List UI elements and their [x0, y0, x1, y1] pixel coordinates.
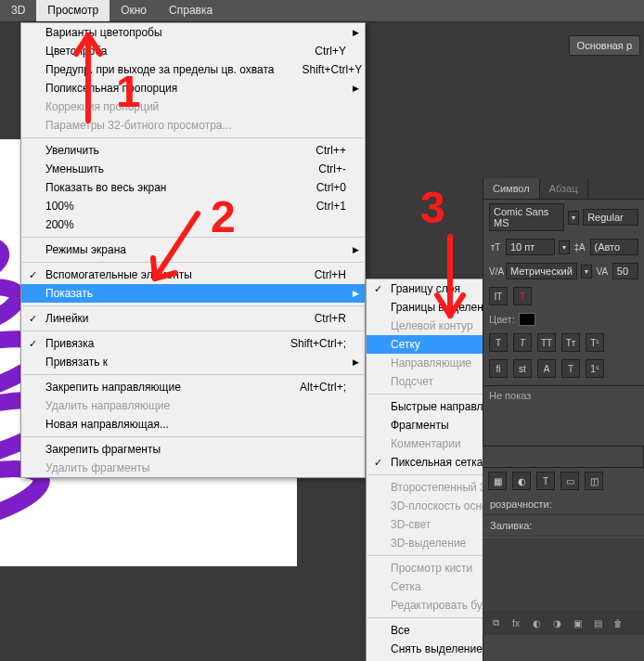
tab-paragraph[interactable]: Абзац [540, 178, 588, 199]
menu-item: Коррекция пропорций [21, 97, 365, 116]
opacity-label: розрачности: [490, 499, 552, 510]
view-menu: Варианты цветопробы▶ЦветопробаCtrl+YПред… [20, 22, 366, 478]
fill-label: Заливка: [490, 520, 532, 531]
tracking-icon: VA [596, 266, 609, 277]
submenu-arrow-icon: ▶ [353, 245, 359, 254]
font-family-field[interactable]: Comic Sans MS [489, 203, 564, 231]
filter-smart-icon[interactable]: ◫ [585, 472, 603, 490]
menu-item[interactable]: ЦветопробаCtrl+Y [21, 42, 365, 60]
menu-item[interactable]: УвеличитьCtrl++ [21, 141, 365, 160]
filter-adj-icon[interactable]: ◐ [512, 472, 531, 490]
menu-shortcut: Ctrl+R [315, 312, 346, 325]
style5-button[interactable]: 1ˢ [586, 359, 604, 378]
menu-item[interactable]: Показать▶ [21, 284, 365, 303]
menu-item-label: 100% [45, 200, 289, 213]
menu-item[interactable]: Варианты цветопробы▶ [21, 23, 365, 42]
style3-button[interactable]: A [537, 359, 556, 378]
kerning-dd[interactable]: ▾ [581, 265, 592, 279]
menu-item[interactable]: 100%Ctrl+1 [21, 197, 365, 215]
style4-button[interactable]: T [561, 359, 580, 378]
layers-bottom-toolbar: ⧉ fx ◐ ◑ ▣ ▤ 🗑 [483, 611, 644, 635]
menu-item[interactable]: Показать во весь экранCtrl+0 [21, 178, 365, 197]
menu-shortcut: Ctrl+0 [316, 181, 346, 194]
font-style-field[interactable]: Regular [583, 209, 638, 226]
menu-item[interactable]: Режимы экрана▶ [21, 240, 365, 259]
menu-window[interactable]: Окно [109, 0, 158, 21]
menu-separator [22, 330, 364, 331]
menu-shortcut: Ctrl++ [316, 144, 346, 157]
workspace-button[interactable]: Основная р [569, 35, 640, 56]
scale-h-icon[interactable]: T [513, 287, 532, 305]
check-icon: ✓ [374, 457, 382, 469]
new-layer-icon[interactable]: ▤ [588, 615, 607, 631]
group-icon[interactable]: ▣ [568, 615, 586, 631]
filter-shape-icon[interactable]: ▭ [560, 472, 579, 490]
menu-item-label: Попиксельная пропорция [45, 82, 346, 95]
submenu-arrow-icon: ▶ [353, 357, 359, 367]
menu-item[interactable]: Закрепить направляющиеAlt+Ctrl+; [21, 378, 365, 396]
color-swatch[interactable] [519, 313, 535, 326]
menu-item[interactable]: 200% [21, 215, 365, 234]
superscript-button[interactable]: T¹ [586, 333, 604, 352]
menu-item[interactable]: Предупр. при выходе за пределы цв. охват… [21, 60, 365, 79]
panel-tabs: Символ Абзац [483, 178, 644, 200]
menu-item-label: Коррекция пропорций [45, 100, 346, 113]
leading-field[interactable]: (Авто [590, 239, 639, 255]
menu-item-label: Варианты цветопробы [45, 26, 346, 39]
fx-icon[interactable]: fx [507, 615, 525, 631]
menu-shortcut: Ctrl+H [315, 268, 346, 281]
link-layers-icon[interactable]: ⧉ [486, 615, 505, 631]
tab-character[interactable]: Символ [483, 178, 540, 199]
menu-item[interactable]: Попиксельная пропорция▶ [21, 79, 365, 97]
menubar: 3D Просмотр Окно Справка [0, 0, 644, 22]
kerning-field[interactable]: Метрический [506, 263, 577, 279]
menu-view[interactable]: Просмотр [36, 0, 109, 21]
antialias-label: Не показ [489, 390, 531, 401]
menu-item-label: Привязка [45, 337, 263, 350]
menu-item[interactable]: ✓ЛинейкиCtrl+R [21, 309, 365, 328]
check-icon: ✓ [374, 283, 382, 295]
menu-item-label: Цветопроба [45, 45, 287, 58]
menu-item: Удалить направляющие [21, 396, 365, 415]
menu-item[interactable]: Привязать к▶ [21, 353, 365, 371]
menu-item-label: Удалить фрагменты [45, 461, 346, 474]
font-family-dd[interactable]: ▾ [568, 211, 579, 225]
filter-type-icon[interactable]: T [536, 472, 555, 490]
filter-pixel-icon[interactable]: ▦ [488, 472, 507, 490]
font-size-field[interactable]: 10 пт [506, 239, 555, 255]
submenu-arrow-icon: ▶ [353, 84, 359, 93]
italic-button[interactable]: T [513, 333, 532, 352]
menu-shortcut: Alt+Ctrl+; [300, 381, 346, 394]
menu-help[interactable]: Справка [158, 0, 224, 21]
font-size-dd[interactable]: ▾ [559, 240, 570, 254]
smallcaps-button[interactable]: Tт [561, 333, 580, 352]
layers-tab[interactable] [483, 447, 644, 467]
menu-separator [22, 137, 364, 138]
adj-layer-icon[interactable]: ◑ [547, 615, 566, 631]
allcaps-button[interactable]: TT [537, 333, 556, 352]
menu-item[interactable]: ✓Вспомогательные элементыCtrl+H [21, 266, 365, 284]
trash-icon[interactable]: 🗑 [609, 615, 627, 631]
menu-item[interactable]: Закрепить фрагменты [21, 440, 365, 459]
menu-item-label: Показать [45, 287, 346, 300]
menu-shortcut: Ctrl+1 [316, 200, 346, 213]
menu-item-label: Привязать к [45, 356, 346, 369]
menu-item[interactable]: Новая направляющая... [21, 415, 365, 434]
leading-icon: ‡A [573, 242, 586, 253]
menu-item[interactable]: ✓ПривязкаShift+Ctrl+; [21, 334, 365, 353]
menu-3d[interactable]: 3D [0, 0, 36, 21]
bold-button[interactable]: T [489, 333, 508, 352]
menu-item[interactable]: УменьшитьCtrl+- [21, 160, 365, 178]
menu-item-label: Показать во весь экран [45, 181, 289, 194]
style1-button[interactable]: fi [489, 359, 508, 378]
menu-item-label: Удалить направляющие [45, 399, 346, 412]
scale-v-icon[interactable]: IT [489, 287, 508, 305]
check-icon: ✓ [29, 338, 37, 350]
tracking-field[interactable]: 50 [612, 263, 638, 279]
style2-button[interactable]: st [513, 359, 532, 378]
menu-item-label: Параметры 32-битного просмотра... [45, 119, 346, 132]
menu-item-label: 200% [45, 218, 346, 231]
menu-item: Удалить фрагменты [21, 459, 365, 477]
mask-icon[interactable]: ◐ [527, 615, 546, 631]
menu-item-label: Увеличить [45, 144, 288, 157]
